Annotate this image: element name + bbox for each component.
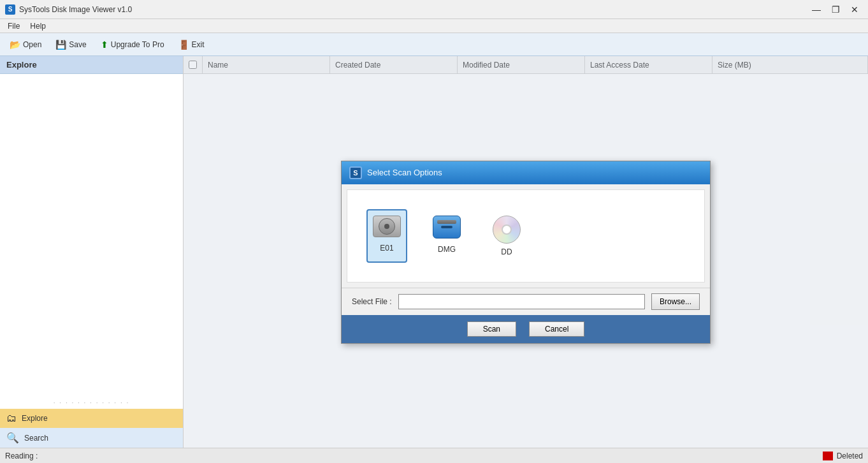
e01-label: E01 (380, 244, 393, 253)
sidebar-item-search[interactable]: 🔍 Search (0, 428, 183, 448)
title-bar: S SysTools Disk Image Viewer v1.0 — ❐ ✕ (0, 0, 868, 19)
dmg-icon (433, 216, 461, 241)
cancel-button[interactable]: Cancel (529, 321, 584, 337)
e01-icon-body (373, 216, 401, 237)
dmg-icon-body (433, 216, 461, 239)
dialog-footer: Scan Cancel (342, 315, 710, 343)
e01-icon (373, 216, 401, 240)
exit-button[interactable]: 🚪 Exit (173, 37, 210, 52)
toolbar: 📂 Open 💾 Save ⬆ Upgrade To Pro 🚪 Exit (0, 33, 868, 56)
sidebar-item-explore[interactable]: 🗂 Explore (0, 409, 183, 428)
select-file-label: Select File : (352, 297, 392, 306)
upgrade-label: Upgrade To Pro (111, 40, 164, 49)
open-icon: 📂 (10, 40, 20, 50)
file-option-dmg[interactable]: DMG (426, 209, 467, 263)
dd-icon (493, 216, 521, 244)
title-bar-controls: — ❐ ✕ (808, 3, 863, 16)
status-bar: Reading : Deleted (0, 448, 868, 463)
dmg-connector (437, 220, 456, 224)
dmg-port (441, 226, 452, 228)
search-icon: 🔍 (6, 432, 19, 444)
menu-bar: File Help (0, 19, 868, 33)
app-title: SysTools Disk Image Viewer v1.0 (19, 5, 132, 14)
save-icon: 💾 (55, 40, 66, 50)
sidebar-header: Explore (0, 56, 183, 74)
dd-disc (493, 216, 521, 244)
table-area: Name Created Date Modified Date Last Acc… (184, 56, 868, 448)
dialog-overlay: S Select Scan Options E01 (184, 56, 868, 448)
dd-label: DD (501, 247, 512, 256)
dmg-label: DMG (438, 245, 456, 254)
sidebar-nav: 🗂 Explore 🔍 Search (0, 409, 183, 448)
deleted-label: Deleted (837, 452, 863, 460)
file-option-e01[interactable]: E01 (366, 209, 407, 263)
open-button[interactable]: 📂 Open (4, 37, 47, 52)
explore-label: Explore (22, 414, 48, 423)
sidebar-content (0, 74, 183, 397)
file-option-dd[interactable]: DD (486, 209, 527, 263)
sidebar: Explore · · · · · · · · · · · · · 🗂 Expl… (0, 56, 184, 448)
minimize-button[interactable]: — (808, 3, 825, 16)
app-logo-icon: S (5, 4, 15, 15)
select-file-row: Select File : Browse... (342, 288, 710, 315)
main-area: Explore · · · · · · · · · · · · · 🗂 Expl… (0, 56, 868, 448)
exit-label: Exit (192, 40, 205, 49)
upgrade-icon: ⬆ (101, 40, 108, 50)
browse-button[interactable]: Browse... (651, 293, 700, 310)
exit-icon: 🚪 (178, 40, 189, 50)
scan-options-dialog: S Select Scan Options E01 (341, 161, 711, 344)
upgrade-button[interactable]: ⬆ Upgrade To Pro (95, 37, 170, 52)
scan-button[interactable]: Scan (467, 321, 516, 337)
dialog-titlebar: S Select Scan Options (342, 161, 710, 184)
save-button[interactable]: 💾 Save (50, 37, 92, 52)
maximize-button[interactable]: ❐ (827, 3, 844, 16)
file-path-input[interactable] (398, 294, 645, 309)
menu-file[interactable]: File (3, 20, 25, 32)
menu-help[interactable]: Help (25, 20, 51, 32)
explore-icon: 🗂 (6, 413, 17, 424)
status-deleted-area: Deleted (823, 452, 863, 460)
title-bar-left: S SysTools Disk Image Viewer v1.0 (5, 4, 132, 15)
open-label: Open (23, 40, 41, 49)
file-options: E01 DMG (360, 203, 691, 269)
dialog-title-text: Select Scan Options (367, 168, 442, 177)
deleted-color-indicator (823, 452, 833, 460)
status-reading-text: Reading : (5, 452, 823, 460)
dialog-body: E01 DMG (347, 189, 705, 283)
dialog-title-icon: S (349, 166, 362, 179)
sidebar-dots: · · · · · · · · · · · · · (0, 397, 183, 409)
search-label: Search (24, 434, 48, 443)
close-button[interactable]: ✕ (846, 3, 863, 16)
save-label: Save (69, 40, 86, 49)
